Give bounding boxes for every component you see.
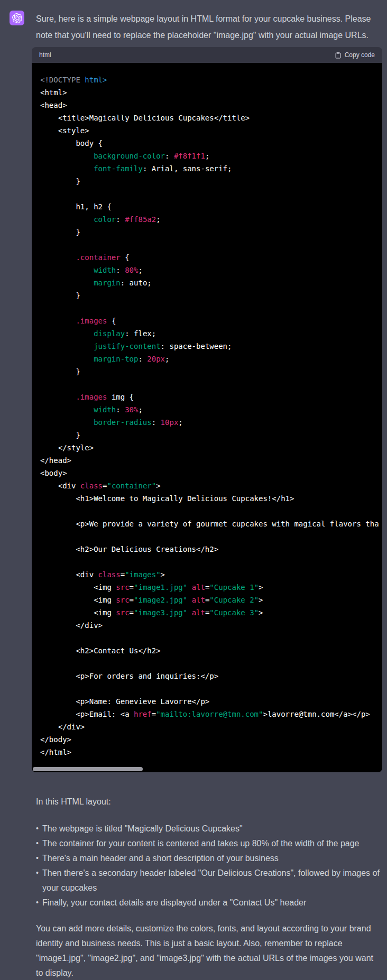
code-line: <p>Email: <a href="mailto:lavorre@tmn.co… bbox=[40, 708, 374, 720]
code-line bbox=[40, 302, 374, 315]
code-block-header: html Copy code bbox=[32, 47, 382, 63]
code-line bbox=[40, 530, 374, 543]
code-line: .images img { bbox=[40, 391, 374, 403]
assistant-message-intro: Sure, here is a simple webpage layout in… bbox=[32, 11, 376, 43]
code-line bbox=[40, 657, 374, 670]
code-line: margin-top: 20px; bbox=[40, 353, 374, 365]
code-line: <!DOCTYPE html> bbox=[40, 73, 374, 86]
code-line: <p>Name: Genevieve Lavorre</p> bbox=[40, 695, 374, 708]
code-line: <h2>Contact Us</h2> bbox=[40, 644, 374, 657]
code-line: <div class="container"> bbox=[40, 479, 374, 492]
code-line: background-color: #f8f1f1; bbox=[40, 150, 374, 162]
code-line: <head> bbox=[40, 99, 374, 112]
code-line: </div> bbox=[40, 619, 374, 632]
code-line: </div> bbox=[40, 720, 374, 733]
code-line bbox=[40, 556, 374, 568]
code-line: h1, h2 { bbox=[40, 200, 374, 213]
clipboard-icon bbox=[335, 51, 342, 59]
code-line bbox=[40, 682, 374, 695]
code-lines: <!DOCTYPE html><html><head> <title>Magic… bbox=[40, 73, 374, 759]
code-line: </head> bbox=[40, 454, 374, 467]
copy-code-label: Copy code bbox=[345, 51, 375, 59]
code-line: } bbox=[40, 429, 374, 441]
code-line: <p>We provide a variety of gourmet cupca… bbox=[40, 517, 374, 530]
code-line bbox=[40, 632, 374, 644]
code-language-label: html bbox=[39, 51, 51, 59]
code-line: display: flex; bbox=[40, 327, 374, 340]
list-item: Finally, your contact details are displa… bbox=[42, 895, 382, 910]
code-line: .container { bbox=[40, 251, 374, 264]
code-line bbox=[40, 378, 374, 391]
code-line: font-family: Arial, sans-serif; bbox=[40, 162, 374, 175]
code-line: width: 80%; bbox=[40, 264, 374, 276]
code-line: <h2>Our Delicious Creations</h2> bbox=[40, 543, 374, 556]
code-line: <h1>Welcome to Magically Delicious Cupca… bbox=[40, 492, 374, 505]
code-line bbox=[40, 238, 374, 251]
code-line: } bbox=[40, 289, 374, 302]
code-line: </body> bbox=[40, 733, 374, 746]
code-line: color: #ff85a2; bbox=[40, 213, 374, 226]
code-line: } bbox=[40, 365, 374, 378]
code-line: width: 30%; bbox=[40, 403, 374, 416]
list-intro-text: In this HTML layout: bbox=[32, 794, 382, 809]
code-line: } bbox=[40, 226, 374, 238]
code-line: <html> bbox=[40, 86, 374, 99]
assistant-message-outro: You can add more details, customize the … bbox=[32, 921, 377, 980]
code-line: <body> bbox=[40, 467, 374, 479]
code-line: <img src="image3.jpg" alt="Cupcake 3"> bbox=[40, 606, 374, 619]
assistant-avatar bbox=[10, 11, 24, 25]
code-line: </style> bbox=[40, 441, 374, 454]
code-line: <title>Magically Delicious Cupcakes</tit… bbox=[40, 112, 374, 124]
code-line: </html> bbox=[40, 746, 374, 759]
horizontal-scrollbar[interactable] bbox=[33, 767, 143, 771]
code-line: <p>For orders and inquiries:</p> bbox=[40, 670, 374, 682]
code-block: html Copy code <!DOCTYPE html><html><hea… bbox=[32, 47, 382, 772]
code-line: <img src="image1.jpg" alt="Cupcake 1"> bbox=[40, 581, 374, 594]
list-item: Then there's a secondary header labeled … bbox=[42, 866, 382, 895]
code-line: <div class="images"> bbox=[40, 568, 374, 581]
code-line bbox=[40, 188, 374, 200]
openai-logo-icon bbox=[12, 13, 22, 23]
copy-code-button[interactable]: Copy code bbox=[335, 51, 375, 59]
list-item: There's a main header and a short descri… bbox=[42, 851, 382, 866]
list-item: The webpage is titled "Magically Delicio… bbox=[42, 821, 382, 836]
code-line: body { bbox=[40, 137, 374, 150]
assistant-message: Sure, here is a simple webpage layout in… bbox=[32, 0, 382, 980]
code-content[interactable]: <!DOCTYPE html><html><head> <title>Magic… bbox=[32, 63, 382, 772]
code-line: border-radius: 10px; bbox=[40, 416, 374, 429]
code-line: <img src="image2.jpg" alt="Cupcake 2"> bbox=[40, 594, 374, 606]
layout-points-list: The webpage is titled "Magically Delicio… bbox=[32, 821, 382, 910]
code-line: } bbox=[40, 175, 374, 188]
list-item: The container for your content is center… bbox=[42, 836, 382, 851]
code-line bbox=[40, 505, 374, 517]
code-line: .images { bbox=[40, 315, 374, 327]
code-line: justify-content: space-between; bbox=[40, 340, 374, 353]
code-line: <style> bbox=[40, 124, 374, 137]
code-line: margin: auto; bbox=[40, 276, 374, 289]
